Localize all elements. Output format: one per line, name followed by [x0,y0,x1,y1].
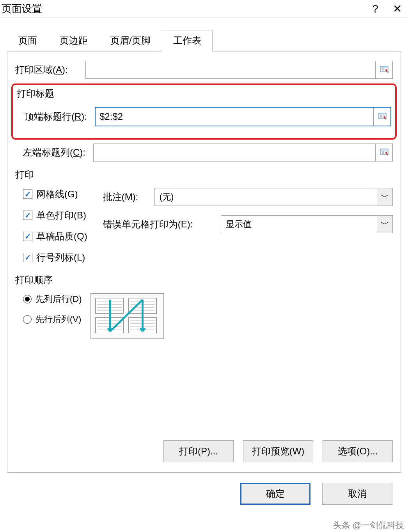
print-preview-button[interactable]: 打印预览(W) [243,440,313,462]
collapse-dialog-icon[interactable] [376,61,393,79]
cancel-button[interactable]: 取消 [322,483,392,505]
svg-rect-3 [379,113,386,115]
top-row-input[interactable] [96,108,373,126]
check-rowcol-headings[interactable]: 行号列标(L) [23,251,87,264]
errors-label: 错误单元格打印为(E): [103,218,216,231]
svg-rect-1 [381,67,388,68]
tab-content: 打印区域(A): 打印标题 顶端标题行(R): [7,51,401,473]
radio-icon [23,315,32,324]
top-row-label: 顶端标题行(R): [17,110,95,123]
print-titles-highlight: 打印标题 顶端标题行(R): [11,83,397,140]
collapse-dialog-icon[interactable] [376,144,393,161]
print-section-label: 打印 [15,168,393,181]
top-row-row: 顶端标题行(R): [17,107,391,126]
print-area-label: 打印区域(A): [15,64,85,76]
collapse-dialog-icon[interactable] [373,108,390,126]
radio-icon [23,295,32,303]
titlebar: 页面设置 ? ✕ [0,0,408,18]
checkbox-icon [23,232,32,241]
check-draft[interactable]: 草稿品质(Q) [23,230,87,243]
errors-select[interactable]: 显示值 ﹀ [221,215,393,233]
print-area-row: 打印区域(A): [15,61,393,79]
chevron-down-icon: ﹀ [377,188,392,206]
svg-rect-5 [381,149,388,151]
print-titles-section-label: 打印标题 [17,87,391,100]
left-col-input[interactable] [93,144,376,161]
checkbox-icon [23,253,32,262]
print-button[interactable]: 打印(P)... [163,440,234,462]
help-button[interactable]: ? [364,0,386,18]
check-blackwhite[interactable]: 单色打印(B) [23,209,87,222]
order-section-label: 打印顺序 [15,274,393,286]
tab-sheet[interactable]: 工作表 [162,30,213,51]
tab-page[interactable]: 页面 [7,30,48,51]
tab-headerfooter[interactable]: 页眉/页脚 [99,30,162,51]
close-button[interactable]: ✕ [386,0,408,18]
ok-button[interactable]: 确定 [240,483,310,505]
check-gridlines[interactable]: 网格线(G) [23,188,87,200]
tab-strip: 页面 页边距 页眉/页脚 工作表 [7,30,401,51]
options-button[interactable]: 选项(O)... [323,440,393,462]
radio-down-then-over[interactable]: 先列后行(D) [23,293,82,305]
checkbox-icon [23,211,32,220]
comments-select[interactable]: (无) ﹀ [154,188,393,206]
watermark: 头条 @一剑侃科技 [333,520,404,531]
left-col-row: 左端标题列(C): [15,144,393,161]
left-col-label: 左端标题列(C): [15,146,93,159]
chevron-down-icon: ﹀ [377,216,392,233]
checkbox-icon [23,190,32,199]
dialog-title: 页面设置 [0,2,42,16]
print-area-input[interactable] [85,61,376,79]
comments-label: 批注(M): [103,191,150,203]
radio-over-then-down[interactable]: 先行后列(V) [23,314,82,325]
tab-margin[interactable]: 页边距 [48,30,99,51]
page-order-preview-icon [90,293,164,339]
